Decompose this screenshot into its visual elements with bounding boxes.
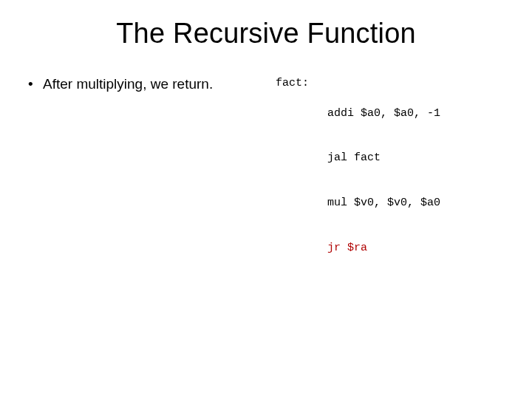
code-label: fact:	[276, 76, 327, 91]
bullet-text: After multiplying, we return.	[43, 76, 276, 92]
code-line-2: jal fact	[327, 151, 505, 166]
slide-body: • After multiplying, we return. fact: ad…	[27, 76, 505, 286]
code-body: addi $a0, $a0, -1 jal fact mul $v0, $v0,…	[327, 76, 505, 286]
bullet-list: • After multiplying, we return.	[27, 76, 276, 92]
code-line-4-highlight: jr $ra	[327, 241, 505, 256]
slide: The Recursive Function • After multiplyi…	[0, 0, 532, 399]
code-line-3: mul $v0, $v0, $a0	[327, 196, 505, 211]
slide-title: The Recursive Function	[27, 18, 505, 50]
code-block: fact: addi $a0, $a0, -1 jal fact mul $v0…	[276, 76, 505, 286]
bullet-item: • After multiplying, we return.	[27, 76, 276, 92]
bullet-marker-icon: •	[27, 76, 43, 92]
code-line-1: addi $a0, $a0, -1	[327, 106, 505, 121]
